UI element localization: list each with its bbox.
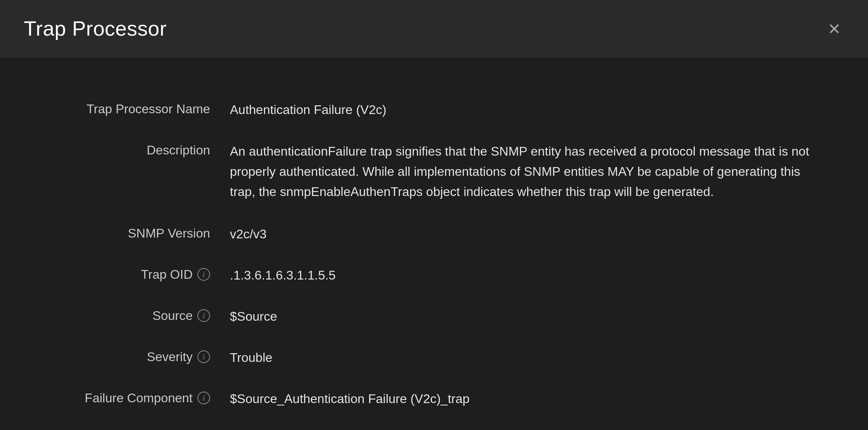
field-row-daily-limit: Daily Limit i 500 Traps	[0, 419, 868, 430]
info-icon-severity[interactable]: i	[197, 350, 210, 363]
value-snmp-version: v2c/v3	[230, 225, 844, 244]
modal-body: Trap Processor Name Authentication Failu…	[0, 57, 868, 430]
field-row-failure-component: Failure Component i $Source_Authenticati…	[0, 378, 868, 419]
value-source: $Source	[230, 307, 844, 326]
close-button[interactable]: ×	[824, 14, 844, 43]
field-row-severity: Severity i Trouble	[0, 337, 868, 378]
modal-title: Trap Processor	[24, 17, 167, 40]
info-icon-failure-component[interactable]: i	[197, 392, 210, 404]
field-row-description: Description An authenticationFailure tra…	[0, 130, 868, 213]
label-severity: Severity i	[24, 348, 230, 364]
value-trap-oid: .1.3.6.1.6.3.1.1.5.5	[230, 266, 844, 285]
value-failure-component: $Source_Authentication Failure (V2c)_tra…	[230, 389, 844, 408]
value-description: An authenticationFailure trap signifies …	[230, 141, 824, 202]
label-trap-oid: Trap OID i	[24, 266, 230, 282]
field-row-source: Source i $Source	[0, 296, 868, 337]
label-trap-processor-name: Trap Processor Name	[24, 100, 230, 116]
label-failure-component: Failure Component i	[24, 389, 230, 405]
info-icon-trap-oid[interactable]: i	[197, 268, 210, 281]
value-trap-processor-name: Authentication Failure (V2c)	[230, 100, 844, 119]
modal: Trap Processor × Trap Processor Name Aut…	[0, 0, 868, 430]
field-row-trap-processor-name: Trap Processor Name Authentication Failu…	[0, 89, 868, 130]
field-row-trap-oid: Trap OID i .1.3.6.1.6.3.1.1.5.5	[0, 255, 868, 296]
label-source: Source i	[24, 307, 230, 323]
info-icon-source[interactable]: i	[197, 309, 210, 322]
label-description: Description	[24, 141, 230, 158]
value-severity: Trouble	[230, 348, 844, 367]
modal-header: Trap Processor ×	[0, 0, 868, 57]
label-snmp-version: SNMP Version	[24, 225, 230, 241]
field-row-snmp-version: SNMP Version v2c/v3	[0, 213, 868, 255]
modal-overlay: Trap Processor × Trap Processor Name Aut…	[0, 0, 868, 430]
